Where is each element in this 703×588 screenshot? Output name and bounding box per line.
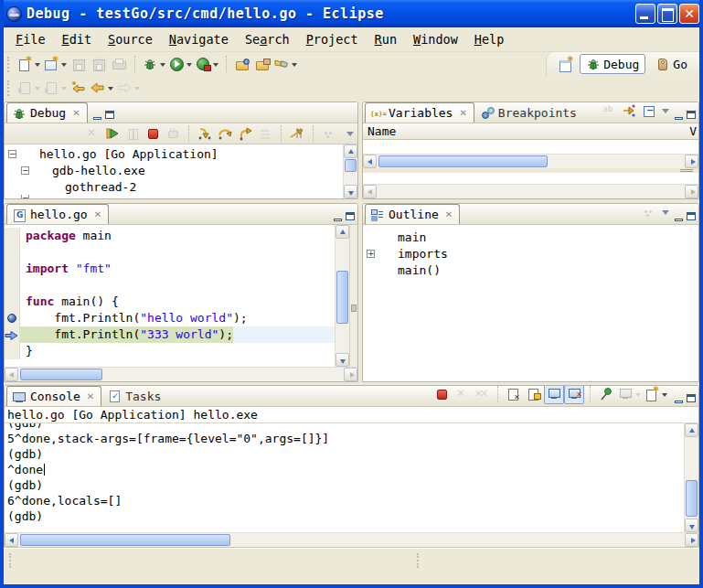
scroll-left-icon[interactable] <box>363 155 377 168</box>
scroll-thumb[interactable] <box>20 534 230 546</box>
title-bar[interactable]: Debug - testGo/src/cmd/hello.go - Eclips… <box>0 0 703 27</box>
tree-item[interactable]: +imports <box>363 245 698 262</box>
scroll-right-icon[interactable] <box>685 185 698 198</box>
detail-pane-sash[interactable] <box>363 168 698 173</box>
dropdown-arrow-icon[interactable] <box>61 63 67 69</box>
new-project-button[interactable] <box>42 54 69 74</box>
perspective-debug[interactable]: Debug <box>580 54 645 74</box>
overview-ruler[interactable] <box>349 225 357 367</box>
tree-item[interactable]: − <box>5 195 343 198</box>
scroll-left-icon[interactable] <box>5 368 18 381</box>
minimize-view-icon[interactable] <box>334 219 342 221</box>
menu-project[interactable]: Project <box>298 29 367 49</box>
variables-tree-empty[interactable] <box>363 140 698 154</box>
view-menu-icon[interactable] <box>662 210 669 219</box>
maximize-view-icon[interactable] <box>346 212 355 220</box>
dropdown-arrow-icon[interactable] <box>635 393 641 400</box>
print-button[interactable] <box>109 54 129 74</box>
run-external-button[interactable] <box>194 54 220 74</box>
menu-help[interactable]: Help <box>466 29 513 49</box>
variables-column-header[interactable]: Name V <box>363 123 698 140</box>
toolbar-grip[interactable] <box>7 57 12 72</box>
tree-item[interactable]: main <box>363 229 698 245</box>
close-icon[interactable]: ✕ <box>72 108 80 118</box>
save-button[interactable] <box>69 54 89 74</box>
drop-to-frame-button[interactable] <box>255 123 275 144</box>
show-stderr-button[interactable]: ✕ <box>564 385 584 404</box>
editor-gutter[interactable] <box>5 294 20 310</box>
menu-source[interactable]: Source <box>100 29 161 49</box>
tab-hello-go[interactable]: hello.go ✕ <box>6 204 109 224</box>
show-logical-button[interactable] <box>619 102 639 121</box>
code-line[interactable]: fmt.Println("333 world"); <box>5 326 335 343</box>
console-vertical-scrollbar[interactable] <box>684 423 698 532</box>
menu-edit[interactable]: Edit <box>54 29 101 49</box>
close-icon[interactable]: ✕ <box>445 209 453 219</box>
terminate-button[interactable] <box>431 385 452 404</box>
scroll-left-icon[interactable] <box>5 533 18 547</box>
scroll-down-icon[interactable] <box>685 519 698 532</box>
editor-vertical-scrollbar[interactable] <box>335 225 349 367</box>
toolbar-grip[interactable] <box>7 80 12 96</box>
expander-plus-icon[interactable]: + <box>367 250 375 258</box>
detail-horizontal-scrollbar[interactable] <box>363 184 698 198</box>
menu-file[interactable]: File <box>7 29 54 49</box>
expander-minus-icon[interactable]: − <box>21 166 29 175</box>
minimize-view-icon[interactable] <box>675 219 683 221</box>
dropdown-arrow-icon[interactable] <box>186 63 192 69</box>
dropdown-arrow-icon[interactable] <box>35 87 40 93</box>
close-icon[interactable]: ✕ <box>459 108 466 118</box>
scroll-left-icon[interactable] <box>363 185 377 198</box>
editor-gutter[interactable] <box>5 277 20 294</box>
scroll-right-icon[interactable] <box>685 155 698 168</box>
scroll-right-icon[interactable] <box>344 368 357 381</box>
step-over-button[interactable] <box>215 123 235 144</box>
run-button[interactable] <box>167 54 194 74</box>
menu-dots-button[interactable] <box>319 123 339 144</box>
expander-minus-icon[interactable]: − <box>21 195 29 198</box>
open-perspective-button[interactable] <box>556 54 576 74</box>
suspend-button[interactable] <box>122 123 143 144</box>
scroll-thumb[interactable] <box>686 480 698 517</box>
collapse-all-button[interactable] <box>639 102 659 121</box>
minimize-button[interactable] <box>635 4 655 24</box>
minimize-view-icon[interactable] <box>675 401 683 403</box>
tab-breakpoints[interactable]: Breakpoints <box>474 102 584 123</box>
code-line[interactable] <box>5 277 335 294</box>
outline-menu-button[interactable] <box>639 203 659 222</box>
code-line[interactable]: } <box>5 343 335 359</box>
disconnect-button[interactable] <box>163 123 183 144</box>
tab-outline[interactable]: Outline ✕ <box>365 204 460 224</box>
close-icon[interactable]: ✕ <box>94 209 101 219</box>
editor-horizontal-scrollbar[interactable] <box>5 367 357 381</box>
forward-button[interactable] <box>115 78 142 98</box>
close-icon[interactable]: ✕ <box>87 391 94 401</box>
scroll-thumb[interactable] <box>20 369 102 380</box>
code-line[interactable]: fmt.Println("hello world"); <box>5 310 335 326</box>
code-editor-area[interactable]: package mainimport "fmt"func main() { fm… <box>5 225 335 367</box>
scroll-right-icon[interactable] <box>685 533 698 547</box>
maximize-view-icon[interactable] <box>687 212 696 220</box>
code-line[interactable] <box>5 244 335 261</box>
open-plugin-button[interactable] <box>232 54 252 74</box>
scroll-up-icon[interactable] <box>344 144 357 158</box>
back-new-button[interactable] <box>69 78 89 98</box>
dropdown-arrow-icon[interactable] <box>213 63 218 69</box>
fast-view-button[interactable] <box>18 553 38 573</box>
tree-item[interactable]: −hello.go [Go Application] <box>5 145 343 162</box>
code-line[interactable]: package main <box>5 228 335 244</box>
tab-debug[interactable]: Debug ✕ <box>6 102 88 123</box>
debug-vertical-scrollbar[interactable] <box>343 144 357 198</box>
dropdown-arrow-icon[interactable] <box>292 63 297 69</box>
menu-navigate[interactable]: Navigate <box>161 29 237 49</box>
dropdown-arrow-icon[interactable] <box>160 63 165 69</box>
editor-gutter[interactable] <box>5 326 20 343</box>
menu-run[interactable]: Run <box>367 29 405 49</box>
scroll-thumb[interactable] <box>378 155 548 167</box>
dropdown-arrow-icon[interactable] <box>61 87 67 93</box>
last-edit-button[interactable] <box>16 78 42 98</box>
perspective-go[interactable]: Go <box>649 54 694 74</box>
menu-window[interactable]: Window <box>405 29 466 49</box>
show-stdout-button[interactable] <box>544 385 564 404</box>
resume-button[interactable] <box>102 123 122 144</box>
